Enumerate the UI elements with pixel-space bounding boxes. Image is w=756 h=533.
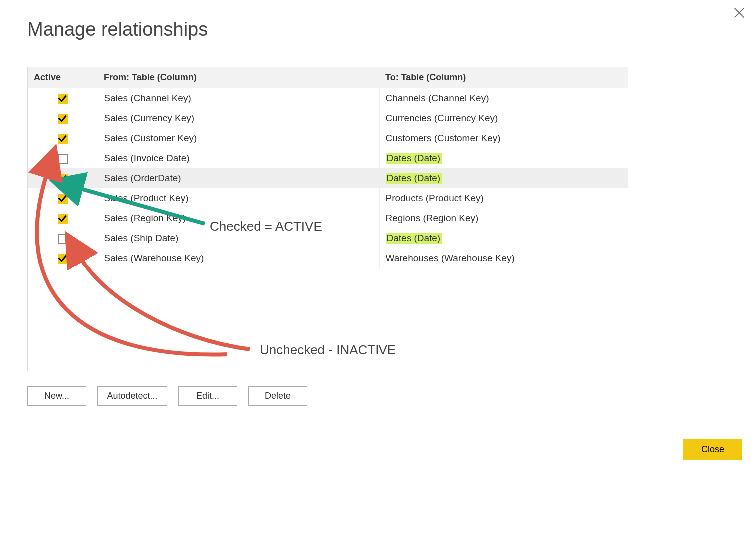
edit-button[interactable]: Edit... [178, 386, 237, 406]
autodetect-button[interactable]: Autodetect... [97, 386, 167, 406]
table-row[interactable]: Sales (Channel Key)Channels (Channel Key… [28, 88, 628, 109]
active-checkbox[interactable] [58, 134, 68, 144]
active-checkbox[interactable] [58, 194, 68, 204]
from-cell: Sales (Currency Key) [98, 108, 379, 128]
column-header-active: Active [28, 67, 98, 88]
to-cell: Regions (Region Key) [379, 208, 628, 228]
from-cell: Sales (OrderDate) [98, 168, 379, 188]
active-checkbox[interactable] [58, 234, 68, 244]
to-cell: Customers (Customer Key) [379, 128, 628, 148]
from-cell: Sales (Invoice Date) [98, 148, 379, 168]
delete-button[interactable]: Delete [248, 386, 307, 406]
active-checkbox[interactable] [58, 174, 68, 184]
table-row[interactable]: Sales (Warehouse Key)Warehouses (Warehou… [28, 248, 628, 268]
active-checkbox[interactable] [58, 94, 68, 104]
from-cell: Sales (Customer Key) [98, 128, 379, 148]
column-header-from: From: Table (Column) [98, 67, 379, 88]
to-cell: Dates (Date) [379, 228, 628, 248]
to-cell: Dates (Date) [379, 168, 628, 188]
table-row[interactable]: Sales (Ship Date)Dates (Date) [28, 228, 628, 248]
new-button[interactable]: New... [27, 386, 86, 406]
table-row[interactable]: Sales (Customer Key)Customers (Customer … [28, 128, 628, 148]
from-cell: Sales (Product Key) [98, 188, 379, 208]
relationships-table: Active From: Table (Column) To: Table (C… [27, 67, 628, 371]
manage-relationships-dialog: Manage relationships Active From: Table … [0, 0, 756, 533]
dialog-buttons: New... Autodetect... Edit... Delete [27, 386, 307, 406]
close-button[interactable]: Close [683, 439, 742, 460]
active-checkbox[interactable] [58, 214, 68, 224]
to-cell: Warehouses (Warehouse Key) [379, 248, 628, 268]
from-cell: Sales (Ship Date) [98, 228, 379, 248]
active-checkbox[interactable] [58, 154, 68, 164]
from-cell: Sales (Region Key) [98, 208, 379, 228]
to-cell: Currencies (Currency Key) [379, 108, 628, 128]
to-cell: Products (Product Key) [379, 188, 628, 208]
column-header-to: To: Table (Column) [379, 67, 628, 88]
from-cell: Sales (Warehouse Key) [98, 248, 379, 268]
active-checkbox[interactable] [58, 114, 68, 124]
table-row[interactable]: Sales (Currency Key)Currencies (Currency… [28, 108, 628, 128]
from-cell: Sales (Channel Key) [98, 88, 379, 109]
table-row[interactable]: Sales (OrderDate)Dates (Date) [28, 168, 628, 188]
table-row[interactable]: Sales (Invoice Date)Dates (Date) [28, 148, 628, 168]
active-checkbox[interactable] [58, 254, 68, 264]
to-cell: Dates (Date) [379, 148, 628, 168]
to-cell: Channels (Channel Key) [379, 88, 628, 109]
table-row[interactable]: Sales (Region Key)Regions (Region Key) [28, 208, 628, 228]
close-icon[interactable] [732, 6, 746, 20]
table-row[interactable]: Sales (Product Key)Products (Product Key… [28, 188, 628, 208]
dialog-title: Manage relationships [0, 0, 756, 40]
